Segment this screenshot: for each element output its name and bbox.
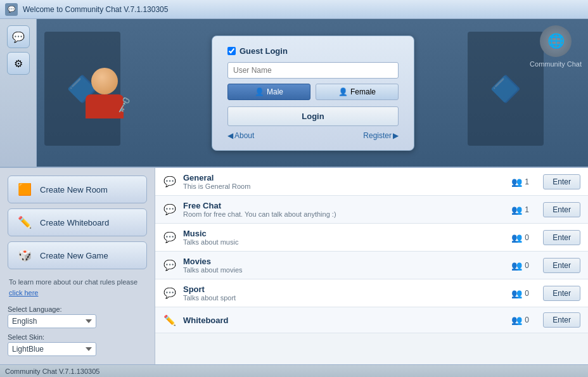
room-icon: 💬	[163, 286, 177, 300]
skin-select-container: Select Skin: LightBlue Dark Classic Gree…	[8, 333, 147, 356]
user-count: 0	[525, 261, 529, 270]
room-info: Movies Talks about movies	[183, 257, 505, 274]
female-icon: 👤	[338, 87, 348, 96]
about-link[interactable]: ◀ About	[227, 131, 254, 140]
room-row: ✏️ Whiteboard 👥 0 Enter	[155, 307, 588, 333]
login-box: Guest Login 👤 Male 👤 Female Login ◀ Abou…	[212, 35, 414, 151]
window-title: Welcome to Community Chat V.7.1.130305	[23, 5, 168, 14]
username-input[interactable]	[227, 62, 399, 79]
user-count: 1	[525, 177, 529, 186]
user-count: 0	[525, 233, 529, 242]
room-info: Music Talks about music	[183, 229, 505, 246]
room-name: Sport	[183, 284, 505, 294]
room-info: General This is General Room	[183, 173, 505, 190]
create-game-button[interactable]: 🎲 Create New Game	[8, 241, 147, 269]
room-desc: This is General Room	[183, 182, 505, 190]
logo-icon: 🌐	[540, 25, 572, 57]
status-text: Community Chat V.7.1.130305	[5, 367, 99, 375]
rules-text: To learn more about our chat rules pleas…	[8, 274, 147, 300]
enter-button[interactable]: Enter	[543, 258, 580, 273]
bottom-area: 🟧 Create New Room ✏️ Create Whiteboard 🎲…	[0, 168, 588, 364]
chevron-left-icon: ◀	[227, 131, 233, 140]
room-row: 💬 Sport Talks about sport 👥 0 Enter	[155, 279, 588, 307]
room-icon: ✏️	[163, 313, 177, 327]
language-select[interactable]: English Spanish French German	[8, 314, 96, 328]
male-button[interactable]: 👤 Male	[227, 84, 310, 100]
users-icon: 👥	[511, 177, 522, 187]
room-desc: Talks about music	[183, 238, 505, 246]
room-name: Free Chat	[183, 201, 505, 210]
room-list: 💬 General This is General Room 👥 1 Enter…	[155, 168, 588, 364]
room-row: 💬 Music Talks about music 👥 0 Enter	[155, 224, 588, 252]
chevron-right-icon: ▶	[393, 131, 399, 140]
language-select-container: Select Language: English Spanish French …	[8, 305, 147, 328]
room-users: 👥 0	[511, 315, 537, 325]
users-icon: 👥	[511, 260, 522, 271]
left-panel: 🟧 Create New Room ✏️ Create Whiteboard 🎲…	[0, 168, 155, 364]
main-content: 💬 ⚙ 🔷 🗝️ Guest Login	[0, 19, 588, 364]
top-banner: 💬 ⚙ 🔷 🗝️ Guest Login	[0, 19, 588, 168]
guest-login-label: Guest Login	[240, 46, 288, 56]
room-desc: Talks about movies	[183, 266, 505, 274]
enter-button[interactable]: Enter	[543, 202, 580, 217]
create-whiteboard-button[interactable]: ✏️ Create Whiteboard	[8, 208, 147, 236]
community-logo: 🌐 Community Chat	[530, 25, 582, 68]
skin-label: Select Skin:	[8, 333, 147, 341]
create-game-icon: 🎲	[16, 246, 34, 264]
create-room-icon: 🟧	[16, 181, 34, 198]
room-row: 💬 General This is General Room 👥 1 Enter	[155, 168, 588, 196]
login-links: ◀ About Register ▶	[227, 131, 399, 140]
avatar-area: 🗝️	[82, 68, 127, 118]
user-count: 0	[525, 316, 529, 324]
create-room-button[interactable]: 🟧 Create New Room	[8, 176, 147, 203]
logo-text: Community Chat	[530, 60, 582, 68]
room-info: Whiteboard	[183, 316, 505, 325]
room-name: General	[183, 173, 505, 182]
users-icon: 👥	[511, 315, 522, 325]
guest-login-checkbox[interactable]	[227, 47, 236, 55]
room-row: 💬 Movies Talks about movies 👥 0 Enter	[155, 252, 588, 279]
enter-button[interactable]: Enter	[543, 286, 580, 301]
user-count: 1	[525, 205, 529, 214]
left-sidebar: 💬 ⚙	[0, 19, 37, 167]
gender-row: 👤 Male 👤 Female	[227, 84, 399, 100]
rules-link[interactable]: click here	[9, 289, 38, 297]
female-button[interactable]: 👤 Female	[316, 84, 399, 100]
room-info: Sport Talks about sport	[183, 284, 505, 302]
room-users: 👥 0	[511, 233, 537, 243]
app-icon: 💬	[5, 3, 18, 16]
login-button[interactable]: Login	[227, 106, 399, 126]
users-icon: 👥	[511, 233, 522, 243]
room-name: Music	[183, 229, 505, 238]
male-icon: 👤	[255, 87, 264, 96]
user-count: 0	[525, 289, 529, 298]
room-icon: 💬	[163, 175, 177, 189]
room-icon: 💬	[163, 203, 177, 217]
enter-button[interactable]: Enter	[543, 230, 580, 245]
settings-sidebar-button[interactable]: ⚙	[7, 52, 30, 75]
status-bar: Community Chat V.7.1.130305	[0, 364, 588, 377]
users-icon: 👥	[511, 288, 522, 298]
room-info: Free Chat Room for free chat. You can ta…	[183, 201, 505, 218]
room-desc: Room for free chat. You can talk about a…	[183, 210, 505, 218]
enter-button[interactable]: Enter	[543, 312, 580, 328]
title-bar: 💬 Welcome to Community Chat V.7.1.130305	[0, 0, 588, 19]
room-desc: Talks about sport	[183, 294, 505, 302]
create-whiteboard-icon: ✏️	[16, 214, 34, 231]
room-users: 👥 1	[511, 205, 537, 215]
room-icon: 💬	[163, 259, 177, 272]
register-link[interactable]: Register ▶	[363, 131, 399, 140]
guest-login-row: Guest Login	[227, 46, 399, 56]
chat-sidebar-button[interactable]: 💬	[7, 25, 30, 48]
language-label: Select Language:	[8, 305, 147, 313]
skin-select[interactable]: LightBlue Dark Classic Green	[8, 342, 96, 356]
room-name: Whiteboard	[183, 316, 505, 325]
room-users: 👥 0	[511, 288, 537, 298]
room-name: Movies	[183, 257, 505, 266]
room-icon: 💬	[163, 231, 177, 245]
enter-button[interactable]: Enter	[543, 174, 580, 189]
room-users: 👥 0	[511, 260, 537, 271]
room-row: 💬 Free Chat Room for free chat. You can …	[155, 196, 588, 224]
users-icon: 👥	[511, 205, 522, 215]
room-users: 👥 1	[511, 177, 537, 187]
